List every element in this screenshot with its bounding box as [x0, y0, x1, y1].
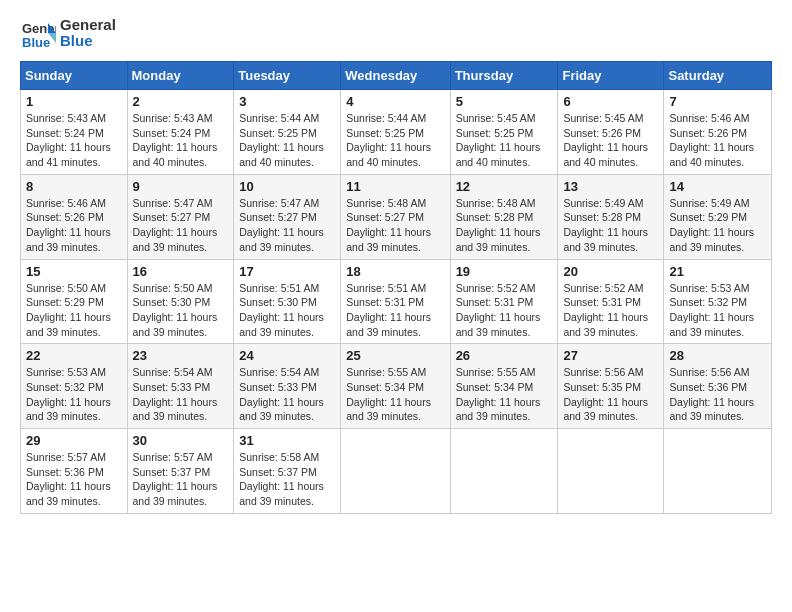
day-number: 26: [456, 348, 553, 363]
calendar-cell: 30Sunrise: 5:57 AM Sunset: 5:37 PM Dayli…: [127, 429, 234, 514]
day-number: 2: [133, 94, 229, 109]
day-detail: Sunrise: 5:52 AM Sunset: 5:31 PM Dayligh…: [456, 281, 553, 340]
day-detail: Sunrise: 5:48 AM Sunset: 5:27 PM Dayligh…: [346, 196, 444, 255]
calendar-cell: 20Sunrise: 5:52 AM Sunset: 5:31 PM Dayli…: [558, 259, 664, 344]
day-number: 4: [346, 94, 444, 109]
calendar-cell: 18Sunrise: 5:51 AM Sunset: 5:31 PM Dayli…: [341, 259, 450, 344]
day-number: 6: [563, 94, 658, 109]
calendar-cell: 6Sunrise: 5:45 AM Sunset: 5:26 PM Daylig…: [558, 90, 664, 175]
day-detail: Sunrise: 5:56 AM Sunset: 5:36 PM Dayligh…: [669, 365, 766, 424]
day-detail: Sunrise: 5:56 AM Sunset: 5:35 PM Dayligh…: [563, 365, 658, 424]
day-number: 18: [346, 264, 444, 279]
calendar-cell: 8Sunrise: 5:46 AM Sunset: 5:26 PM Daylig…: [21, 174, 128, 259]
day-detail: Sunrise: 5:49 AM Sunset: 5:28 PM Dayligh…: [563, 196, 658, 255]
calendar-cell: 2Sunrise: 5:43 AM Sunset: 5:24 PM Daylig…: [127, 90, 234, 175]
col-header-monday: Monday: [127, 62, 234, 90]
day-detail: Sunrise: 5:57 AM Sunset: 5:37 PM Dayligh…: [133, 450, 229, 509]
svg-text:Blue: Blue: [22, 35, 50, 50]
day-detail: Sunrise: 5:51 AM Sunset: 5:31 PM Dayligh…: [346, 281, 444, 340]
day-detail: Sunrise: 5:54 AM Sunset: 5:33 PM Dayligh…: [239, 365, 335, 424]
calendar-cell: 28Sunrise: 5:56 AM Sunset: 5:36 PM Dayli…: [664, 344, 772, 429]
day-detail: Sunrise: 5:47 AM Sunset: 5:27 PM Dayligh…: [133, 196, 229, 255]
day-number: 9: [133, 179, 229, 194]
col-header-wednesday: Wednesday: [341, 62, 450, 90]
day-detail: Sunrise: 5:55 AM Sunset: 5:34 PM Dayligh…: [346, 365, 444, 424]
day-number: 5: [456, 94, 553, 109]
day-number: 27: [563, 348, 658, 363]
day-number: 29: [26, 433, 122, 448]
calendar-cell: 19Sunrise: 5:52 AM Sunset: 5:31 PM Dayli…: [450, 259, 558, 344]
day-number: 10: [239, 179, 335, 194]
calendar-cell: [450, 429, 558, 514]
calendar-cell: 26Sunrise: 5:55 AM Sunset: 5:34 PM Dayli…: [450, 344, 558, 429]
day-detail: Sunrise: 5:52 AM Sunset: 5:31 PM Dayligh…: [563, 281, 658, 340]
calendar-cell: 11Sunrise: 5:48 AM Sunset: 5:27 PM Dayli…: [341, 174, 450, 259]
calendar-week-row: 15Sunrise: 5:50 AM Sunset: 5:29 PM Dayli…: [21, 259, 772, 344]
calendar-cell: 25Sunrise: 5:55 AM Sunset: 5:34 PM Dayli…: [341, 344, 450, 429]
day-detail: Sunrise: 5:44 AM Sunset: 5:25 PM Dayligh…: [239, 111, 335, 170]
day-detail: Sunrise: 5:50 AM Sunset: 5:29 PM Dayligh…: [26, 281, 122, 340]
calendar-cell: 29Sunrise: 5:57 AM Sunset: 5:36 PM Dayli…: [21, 429, 128, 514]
day-number: 19: [456, 264, 553, 279]
calendar-cell: 1Sunrise: 5:43 AM Sunset: 5:24 PM Daylig…: [21, 90, 128, 175]
calendar-header-row: SundayMondayTuesdayWednesdayThursdayFrid…: [21, 62, 772, 90]
day-number: 31: [239, 433, 335, 448]
day-number: 20: [563, 264, 658, 279]
day-detail: Sunrise: 5:51 AM Sunset: 5:30 PM Dayligh…: [239, 281, 335, 340]
page-header: General Blue General Blue: [20, 15, 772, 51]
day-number: 16: [133, 264, 229, 279]
day-detail: Sunrise: 5:44 AM Sunset: 5:25 PM Dayligh…: [346, 111, 444, 170]
day-detail: Sunrise: 5:46 AM Sunset: 5:26 PM Dayligh…: [26, 196, 122, 255]
logo: General Blue General Blue: [20, 15, 116, 51]
day-number: 30: [133, 433, 229, 448]
day-number: 12: [456, 179, 553, 194]
day-detail: Sunrise: 5:55 AM Sunset: 5:34 PM Dayligh…: [456, 365, 553, 424]
day-number: 8: [26, 179, 122, 194]
calendar-cell: 27Sunrise: 5:56 AM Sunset: 5:35 PM Dayli…: [558, 344, 664, 429]
day-detail: Sunrise: 5:57 AM Sunset: 5:36 PM Dayligh…: [26, 450, 122, 509]
calendar-week-row: 8Sunrise: 5:46 AM Sunset: 5:26 PM Daylig…: [21, 174, 772, 259]
logo-icon: General Blue: [20, 15, 56, 51]
day-detail: Sunrise: 5:47 AM Sunset: 5:27 PM Dayligh…: [239, 196, 335, 255]
day-number: 15: [26, 264, 122, 279]
calendar-cell: 4Sunrise: 5:44 AM Sunset: 5:25 PM Daylig…: [341, 90, 450, 175]
calendar-cell: 16Sunrise: 5:50 AM Sunset: 5:30 PM Dayli…: [127, 259, 234, 344]
calendar-cell: 3Sunrise: 5:44 AM Sunset: 5:25 PM Daylig…: [234, 90, 341, 175]
day-number: 22: [26, 348, 122, 363]
calendar-cell: 21Sunrise: 5:53 AM Sunset: 5:32 PM Dayli…: [664, 259, 772, 344]
calendar-cell: 7Sunrise: 5:46 AM Sunset: 5:26 PM Daylig…: [664, 90, 772, 175]
day-number: 11: [346, 179, 444, 194]
calendar-cell: 31Sunrise: 5:58 AM Sunset: 5:37 PM Dayli…: [234, 429, 341, 514]
calendar-cell: 9Sunrise: 5:47 AM Sunset: 5:27 PM Daylig…: [127, 174, 234, 259]
day-detail: Sunrise: 5:45 AM Sunset: 5:25 PM Dayligh…: [456, 111, 553, 170]
day-number: 7: [669, 94, 766, 109]
calendar-table: SundayMondayTuesdayWednesdayThursdayFrid…: [20, 61, 772, 514]
day-number: 3: [239, 94, 335, 109]
logo-general: General: [60, 17, 116, 34]
calendar-body: 1Sunrise: 5:43 AM Sunset: 5:24 PM Daylig…: [21, 90, 772, 514]
calendar-cell: 10Sunrise: 5:47 AM Sunset: 5:27 PM Dayli…: [234, 174, 341, 259]
logo-blue: Blue: [60, 33, 116, 50]
calendar-cell: 13Sunrise: 5:49 AM Sunset: 5:28 PM Dayli…: [558, 174, 664, 259]
col-header-thursday: Thursday: [450, 62, 558, 90]
day-detail: Sunrise: 5:48 AM Sunset: 5:28 PM Dayligh…: [456, 196, 553, 255]
day-detail: Sunrise: 5:49 AM Sunset: 5:29 PM Dayligh…: [669, 196, 766, 255]
day-detail: Sunrise: 5:53 AM Sunset: 5:32 PM Dayligh…: [26, 365, 122, 424]
day-number: 17: [239, 264, 335, 279]
day-number: 24: [239, 348, 335, 363]
day-number: 1: [26, 94, 122, 109]
calendar-cell: 17Sunrise: 5:51 AM Sunset: 5:30 PM Dayli…: [234, 259, 341, 344]
col-header-tuesday: Tuesday: [234, 62, 341, 90]
col-header-sunday: Sunday: [21, 62, 128, 90]
calendar-cell: 15Sunrise: 5:50 AM Sunset: 5:29 PM Dayli…: [21, 259, 128, 344]
col-header-friday: Friday: [558, 62, 664, 90]
calendar-cell: [664, 429, 772, 514]
calendar-cell: [558, 429, 664, 514]
day-number: 25: [346, 348, 444, 363]
day-detail: Sunrise: 5:54 AM Sunset: 5:33 PM Dayligh…: [133, 365, 229, 424]
day-number: 28: [669, 348, 766, 363]
calendar-cell: 22Sunrise: 5:53 AM Sunset: 5:32 PM Dayli…: [21, 344, 128, 429]
day-detail: Sunrise: 5:53 AM Sunset: 5:32 PM Dayligh…: [669, 281, 766, 340]
calendar-week-row: 1Sunrise: 5:43 AM Sunset: 5:24 PM Daylig…: [21, 90, 772, 175]
day-detail: Sunrise: 5:43 AM Sunset: 5:24 PM Dayligh…: [26, 111, 122, 170]
